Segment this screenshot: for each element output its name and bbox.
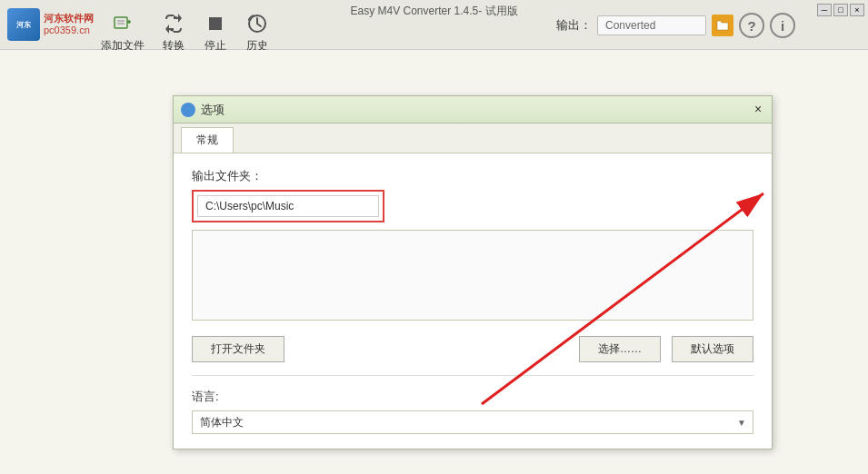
add-files-button[interactable]: 添加文件: [101, 11, 145, 54]
open-folder-button[interactable]: 打开文件夹: [192, 336, 284, 362]
options-dialog: 选项 × 常规 输出文件夹： 打开文件夹 选择…… 默认选项 语: [173, 95, 773, 449]
output-folder-label: 输出文件夹：: [192, 168, 753, 184]
choose-button[interactable]: 选择……: [579, 336, 661, 362]
window-controls: ─ □ ×: [817, 4, 864, 16]
toolbar: 添加文件 转换 停止: [101, 11, 270, 54]
dialog-titlebar: 选项 ×: [174, 96, 772, 123]
output-folder-textarea[interactable]: [192, 230, 753, 321]
title-bar: 河东 河东软件网 pc0359.cn 添加文件: [0, 0, 868, 50]
svg-point-8: [185, 106, 192, 114]
section-divider: [192, 375, 753, 376]
dialog-icon: [181, 103, 195, 117]
buttons-row: 打开文件夹 选择…… 默认选项: [192, 336, 753, 362]
minimize-button[interactable]: ─: [817, 4, 832, 16]
history-button[interactable]: 历史: [244, 11, 270, 54]
svg-rect-5: [209, 17, 222, 30]
stop-icon: [203, 11, 228, 36]
dialog-title: 选项: [201, 102, 224, 118]
language-label: 语言:: [192, 389, 753, 405]
convert-button[interactable]: 转换: [161, 11, 186, 54]
logo-line1: 河东软件网: [44, 13, 94, 25]
app-title: Easy M4V Converter 1.4.5- 试用版: [350, 4, 517, 19]
logo-text: 河东软件网 pc0359.cn: [44, 13, 94, 36]
tab-general[interactable]: 常规: [181, 127, 234, 153]
dialog-tabs: 常规: [174, 123, 772, 153]
app-logo: 河东: [7, 8, 40, 41]
stop-button[interactable]: 停止: [203, 11, 228, 54]
language-select-wrapper: 简体中文 English 日本語 한국어 ▼: [192, 410, 753, 434]
default-options-button[interactable]: 默认选项: [672, 336, 753, 362]
main-content: 选项 × 常规 输出文件夹： 打开文件夹 选择…… 默认选项 语: [0, 50, 868, 474]
path-input-wrapper: [192, 190, 384, 222]
output-label: 输出：: [556, 17, 592, 34]
svg-rect-0: [115, 17, 127, 28]
add-files-icon: [110, 11, 135, 36]
path-input[interactable]: [197, 195, 379, 217]
output-input[interactable]: [597, 15, 706, 35]
language-select[interactable]: 简体中文 English 日本語 한국어: [192, 410, 753, 434]
dialog-close-button[interactable]: ×: [750, 101, 766, 117]
close-button[interactable]: ×: [850, 4, 864, 16]
maximize-button[interactable]: □: [833, 4, 848, 16]
info-button[interactable]: i: [770, 13, 795, 38]
help-button[interactable]: ?: [739, 13, 764, 38]
dialog-body: 输出文件夹： 打开文件夹 选择…… 默认选项 语言: 简体中文 Engl: [174, 153, 772, 449]
history-icon: [244, 11, 270, 36]
output-area: 输出： ? i: [556, 13, 795, 38]
convert-icon: [161, 11, 186, 36]
output-folder-button[interactable]: [712, 15, 733, 36]
logo-area: 河东 河东软件网 pc0359.cn: [7, 8, 94, 41]
logo-line2: pc0359.cn: [44, 25, 94, 36]
